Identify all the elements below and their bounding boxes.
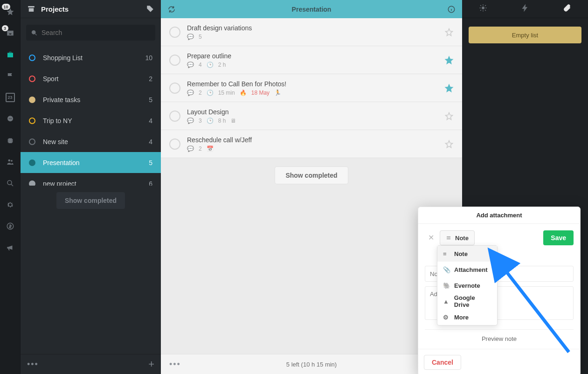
comments-icon: 💬 bbox=[187, 118, 194, 124]
rail-luggage[interactable] bbox=[0, 132, 21, 149]
sidebar-search[interactable] bbox=[26, 25, 155, 41]
cancel-button[interactable]: Cancel bbox=[424, 355, 461, 370]
task-checkbox[interactable] bbox=[169, 27, 180, 38]
star-toggle[interactable] bbox=[444, 111, 454, 121]
rail-projects[interactable] bbox=[0, 46, 21, 63]
right-tab-attachments[interactable] bbox=[563, 4, 571, 14]
gear-icon bbox=[6, 201, 14, 209]
tag-icon[interactable] bbox=[146, 5, 154, 13]
archive-icon[interactable] bbox=[27, 5, 35, 13]
project-count: 4 bbox=[149, 117, 152, 125]
rail-announce[interactable] bbox=[0, 239, 21, 256]
rail-chat[interactable] bbox=[0, 110, 21, 128]
megaphone-icon bbox=[6, 243, 14, 252]
rail-billing[interactable] bbox=[0, 217, 21, 235]
info-icon[interactable] bbox=[447, 5, 456, 14]
rail-settings[interactable] bbox=[0, 196, 21, 214]
save-button[interactable]: Save bbox=[543, 230, 574, 245]
sidebar-header: Projects bbox=[21, 0, 161, 18]
more-icon[interactable]: ••• bbox=[169, 360, 188, 369]
main-title: Presentation bbox=[180, 6, 443, 13]
nav-rail: 10 3 23 bbox=[0, 0, 21, 374]
right-tab-settings[interactable] bbox=[479, 4, 487, 14]
main-panel: Presentation Draft design variations💬5Pr… bbox=[161, 0, 462, 374]
task-meta: 💬3🕒8 h🖥 bbox=[187, 118, 438, 124]
project-item[interactable]: new project6 bbox=[21, 173, 161, 186]
add-project-button[interactable]: + bbox=[148, 358, 154, 370]
rail-calendar[interactable]: 23 bbox=[0, 89, 21, 106]
main-header: Presentation bbox=[161, 0, 462, 18]
project-item[interactable]: New site4 bbox=[21, 131, 161, 152]
task-checkbox[interactable] bbox=[169, 111, 180, 122]
dropdown-icon: 📎 bbox=[443, 266, 450, 273]
star-toggle[interactable] bbox=[444, 83, 454, 93]
search-icon bbox=[6, 179, 14, 187]
star-toggle[interactable] bbox=[444, 28, 454, 37]
task-row[interactable]: Remember to Call Ben for Photos!💬2🕒15 mi… bbox=[161, 74, 462, 102]
project-name: new project bbox=[43, 180, 141, 186]
badge-starred: 10 bbox=[2, 4, 10, 10]
task-meta: 💬2📅 bbox=[187, 145, 438, 152]
comments-icon: 💬 bbox=[187, 145, 194, 152]
chat-icon bbox=[6, 115, 14, 123]
task-checkbox[interactable] bbox=[169, 139, 180, 150]
project-item[interactable]: Presentation5 bbox=[21, 152, 161, 173]
preview-note-link[interactable]: Preview note bbox=[425, 329, 574, 344]
close-icon[interactable]: ✕ bbox=[425, 230, 437, 244]
task-row[interactable]: Draft design variations💬5 bbox=[161, 18, 462, 46]
task-row[interactable]: Reschedule call w/Jeff💬2📅 bbox=[161, 130, 462, 158]
project-count: 4 bbox=[149, 138, 152, 145]
sidebar-title: Projects bbox=[41, 5, 140, 13]
task-meta: 💬4🕒2 h bbox=[187, 62, 438, 68]
svg-point-9 bbox=[7, 180, 12, 185]
task-checkbox[interactable] bbox=[169, 83, 180, 94]
dropdown-item[interactable]: ⚙More bbox=[437, 309, 497, 325]
rail-inbox[interactable]: 3 bbox=[0, 24, 21, 42]
task-list: Draft design variations💬5Prepare outline… bbox=[161, 18, 462, 354]
task-title: Layout Design bbox=[187, 108, 438, 116]
comments-icon: 💬 bbox=[187, 90, 194, 96]
right-tab-activity[interactable] bbox=[521, 4, 529, 14]
task-time: 2 h bbox=[218, 62, 226, 68]
project-item[interactable]: Trip to NY4 bbox=[21, 110, 161, 131]
task-time: 15 min bbox=[218, 90, 235, 96]
project-name: New site bbox=[43, 138, 141, 145]
project-item[interactable]: Private tasks5 bbox=[21, 89, 161, 110]
main-show-completed[interactable]: Show completed bbox=[275, 166, 348, 184]
star-toggle[interactable] bbox=[444, 139, 454, 149]
svg-rect-6 bbox=[12, 139, 13, 143]
svg-point-3 bbox=[11, 118, 12, 119]
add-attachment-modal: Add attachment ✕ Note Save ≡Note📎Attachm… bbox=[418, 207, 581, 374]
sidebar-show-completed[interactable]: Show completed bbox=[56, 192, 125, 209]
dropdown-item[interactable]: ▲Google Drive bbox=[437, 293, 497, 309]
search-input[interactable] bbox=[42, 29, 151, 36]
project-color-dot bbox=[29, 139, 35, 145]
clock-icon: 🕒 bbox=[207, 62, 214, 68]
svg-rect-5 bbox=[7, 139, 8, 143]
rail-starred[interactable]: 10 bbox=[0, 3, 21, 21]
task-checkbox[interactable] bbox=[169, 55, 180, 66]
rail-flag[interactable] bbox=[0, 67, 21, 85]
project-item[interactable]: Sport2 bbox=[21, 68, 161, 89]
right-header bbox=[462, 0, 588, 18]
star-toggle[interactable] bbox=[444, 55, 454, 65]
paperclip-icon bbox=[563, 4, 571, 12]
svg-rect-4 bbox=[8, 139, 12, 144]
dropdown-icon: 🐘 bbox=[443, 282, 450, 289]
footer-status: 5 left (10 h 15 min) bbox=[188, 361, 435, 368]
task-row[interactable]: Prepare outline💬4🕒2 h bbox=[161, 46, 462, 74]
dropdown-item[interactable]: ≡Note bbox=[437, 246, 497, 262]
dropdown-item[interactable]: 🐘Evernote bbox=[437, 277, 497, 293]
task-title: Prepare outline bbox=[187, 52, 438, 60]
refresh-icon[interactable] bbox=[167, 5, 176, 14]
project-item[interactable]: Shopping List10 bbox=[21, 47, 161, 68]
rail-search[interactable] bbox=[0, 174, 21, 192]
more-icon[interactable]: ••• bbox=[27, 360, 148, 369]
rail-team[interactable] bbox=[0, 153, 21, 171]
task-row[interactable]: Layout Design💬3🕒8 h🖥 bbox=[161, 102, 462, 130]
attachment-type-dropdown[interactable]: Note bbox=[440, 230, 475, 245]
dropdown-item[interactable]: 📎Attachment bbox=[437, 262, 497, 277]
svg-point-8 bbox=[11, 160, 13, 162]
dropdown-label: Note bbox=[454, 250, 468, 257]
project-color-dot bbox=[29, 97, 35, 103]
